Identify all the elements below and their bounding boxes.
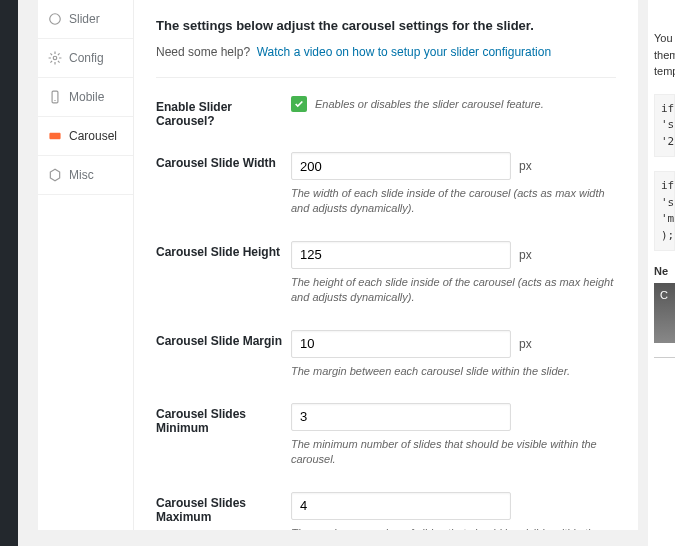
slides-min-input[interactable] xyxy=(291,403,511,431)
enable-carousel-checkbox[interactable] xyxy=(291,96,307,112)
unit-label: px xyxy=(519,159,532,173)
field-label: Carousel Slide Margin xyxy=(156,330,291,379)
settings-content: The settings below adjust the carousel s… xyxy=(134,0,638,530)
field-desc: The minimum number of slides that should… xyxy=(291,437,616,468)
field-desc: The maximum number of slides that should… xyxy=(291,526,616,530)
svg-point-0 xyxy=(50,14,61,25)
field-desc: Enables or disables the slider carousel … xyxy=(315,98,544,110)
svg-point-1 xyxy=(53,56,57,60)
wp-admin-sidebar xyxy=(0,0,18,546)
field-slide-height: Carousel Slide Height px The height of e… xyxy=(156,241,616,306)
sidebar-item-label: Config xyxy=(69,51,104,65)
svg-rect-4 xyxy=(50,133,61,139)
page-heading: The settings below adjust the carousel s… xyxy=(156,18,616,33)
code-snippet-2: if 'so 'm ); xyxy=(654,171,675,251)
field-label: Carousel Slides Minimum xyxy=(156,403,291,468)
field-label: Enable Slider Carousel? xyxy=(156,96,291,128)
divider xyxy=(156,77,616,78)
sidebar-item-carousel[interactable]: Carousel xyxy=(38,117,133,156)
sidebar-item-label: Misc xyxy=(69,168,94,182)
carousel-icon xyxy=(48,129,62,143)
slides-max-input[interactable] xyxy=(291,492,511,520)
field-slides-min: Carousel Slides Minimum The minimum numb… xyxy=(156,403,616,468)
unit-label: px xyxy=(519,337,532,351)
right-dark-box: C xyxy=(654,283,675,343)
sidebar-item-slider[interactable]: Slider xyxy=(38,0,133,39)
help-label: Need some help? xyxy=(156,45,250,59)
slide-width-input[interactable] xyxy=(291,152,511,180)
field-label: Carousel Slide Height xyxy=(156,241,291,306)
code-snippet-1: if 'so '2 xyxy=(654,94,675,158)
slider-icon xyxy=(48,12,62,26)
field-desc: The height of each slide inside of the c… xyxy=(291,275,616,306)
sidebar-item-label: Mobile xyxy=(69,90,104,104)
unit-label: px xyxy=(519,248,532,262)
right-sidebar-panel: You them temp if 'so '2 if 'so 'm ); Ne … xyxy=(648,0,675,546)
sidebar-item-mobile[interactable]: Mobile xyxy=(38,78,133,117)
field-slide-width: Carousel Slide Width px The width of eac… xyxy=(156,152,616,217)
right-intro-text: You them temp xyxy=(648,30,675,80)
help-row: Need some help? Watch a video on how to … xyxy=(156,45,616,59)
right-divider xyxy=(654,357,675,358)
field-slide-margin: Carousel Slide Margin px The margin betw… xyxy=(156,330,616,379)
sidebar-item-config[interactable]: Config xyxy=(38,39,133,78)
slide-margin-input[interactable] xyxy=(291,330,511,358)
sidebar-item-misc[interactable]: Misc xyxy=(38,156,133,195)
field-desc: The margin between each carousel slide w… xyxy=(291,364,616,379)
field-enable-carousel: Enable Slider Carousel? Enables or disab… xyxy=(156,96,616,128)
slide-height-input[interactable] xyxy=(291,241,511,269)
right-heading: Ne xyxy=(648,265,675,277)
field-slides-max: Carousel Slides Maximum The maximum numb… xyxy=(156,492,616,530)
field-desc: The width of each slide inside of the ca… xyxy=(291,186,616,217)
field-label: Carousel Slide Width xyxy=(156,152,291,217)
mobile-icon xyxy=(48,90,62,104)
field-label: Carousel Slides Maximum xyxy=(156,492,291,530)
settings-panel: Slider Config Mobile Carousel Misc The s… xyxy=(38,0,638,530)
svg-rect-2 xyxy=(52,91,58,103)
sidebar-item-label: Slider xyxy=(69,12,100,26)
help-video-link[interactable]: Watch a video on how to setup your slide… xyxy=(257,45,551,59)
sidebar-item-label: Carousel xyxy=(69,129,117,143)
gear-icon xyxy=(48,51,62,65)
settings-tabs: Slider Config Mobile Carousel Misc xyxy=(38,0,134,530)
misc-icon xyxy=(48,168,62,182)
